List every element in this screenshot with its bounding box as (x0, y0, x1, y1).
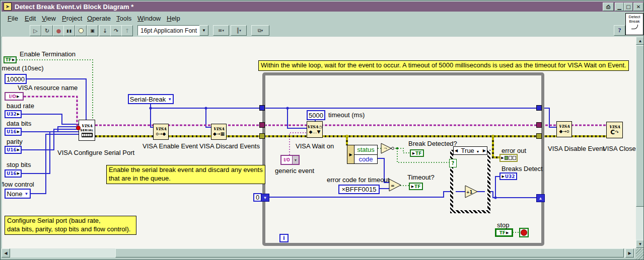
generic-event-constant[interactable]: I/O ▼ (280, 155, 300, 165)
font-selector[interactable]: 16pt Application Font (137, 25, 202, 36)
vertical-scrollbar-thumb[interactable] (636, 45, 644, 207)
scroll-right-icon[interactable]: ▶ (625, 248, 634, 257)
loop-condition-terminal[interactable] (519, 228, 529, 237)
menu-help[interactable]: Help (167, 15, 180, 22)
stop-button-terminal[interactable]: TF▶ (495, 228, 513, 237)
error-cluster-icon (505, 156, 516, 160)
timeout-constant[interactable]: 10000 (5, 74, 27, 84)
unbundle-code[interactable]: code (354, 155, 377, 164)
diagram-layer: ¬ = +1 ◀ True ▼ ▶ ? ▼ ▲ i (1, 1, 644, 260)
chevron-down-icon: ▼ (25, 192, 29, 196)
error-out-terminal[interactable]: ▶ (499, 154, 518, 162)
baud-rate-label: baud rate (7, 102, 34, 110)
stop-bits-terminal[interactable]: U16▶ (5, 169, 22, 178)
visa-wait-on-event-node[interactable]: VISA◷ ◆…▼ (307, 121, 323, 138)
menu-file[interactable]: File (8, 15, 18, 22)
visa-resource-label: VISA resource name (18, 84, 78, 92)
error-code-label: error code for timeout (327, 176, 389, 184)
clock-icon: ◷ (319, 125, 322, 129)
unbundle-by-name-node[interactable]: ▶ status code (347, 145, 378, 164)
step-out-button[interactable]: ↑ (121, 25, 133, 36)
visa-resource-terminal[interactable]: I/O▶ (5, 92, 24, 101)
enable-comment[interactable]: Enable the serial break event and discar… (106, 165, 265, 184)
menu-operate[interactable]: Operate (87, 15, 111, 22)
case-selector-tunnel: ? (449, 159, 457, 167)
flow-control-constant[interactable]: None▼ (5, 189, 31, 199)
tunnel-error-out (536, 133, 542, 139)
run-button[interactable]: ▷ (30, 25, 41, 36)
vi-icon-glyph (631, 25, 638, 29)
visa-configure-serial-port-node[interactable]: VISA SERIAL (79, 120, 95, 141)
event-type-constant[interactable]: Serial-Break▼ (128, 94, 174, 104)
abort-button[interactable]: ● (53, 25, 64, 36)
maximize-button[interactable]: □ (624, 3, 633, 11)
highlight-execution-button[interactable] (75, 25, 87, 36)
data-bits-terminal[interactable]: U16▶ (5, 128, 22, 136)
menu-view[interactable]: View (42, 15, 56, 22)
timeout-terminal[interactable]: ▶TF (409, 183, 423, 190)
step-over-button[interactable]: ↷ (110, 25, 122, 36)
menu-project[interactable]: Project (62, 15, 82, 22)
error-code-constant[interactable]: ×BFFF0015 (338, 185, 380, 194)
menu-tools[interactable]: Tools (116, 15, 131, 22)
scroll-left-icon[interactable]: ◀ (2, 248, 10, 257)
horizontal-scrollbar-thumb[interactable] (115, 248, 624, 257)
scroll-down-icon[interactable]: ▼ (636, 240, 644, 248)
context-help-button[interactable]: ? (614, 25, 625, 36)
resize-grip[interactable] (636, 248, 644, 260)
stop-bits-label: stop bits (7, 161, 31, 168)
font-selector-dropdown[interactable]: ▼ (199, 25, 208, 36)
wait-on-label: VISA Wait on (296, 142, 334, 150)
case-next-icon[interactable]: ▶ (482, 148, 487, 153)
run-continuously-button[interactable]: ↻ (41, 25, 53, 36)
menu-edit[interactable]: Edit (25, 15, 36, 22)
minimize-button[interactable]: ▁ (615, 3, 624, 11)
parity-terminal[interactable]: U16▶ (5, 146, 22, 154)
breaks-detected-terminal[interactable]: ▶U32 (499, 172, 517, 180)
toolbar: ▷ ↻ ● ▮▮ ▣ ↓ ↷ ↑ 16pt Application Font ▼… (2, 24, 643, 37)
reorder-objects-dropdown[interactable]: ⧉▾ (251, 25, 269, 36)
unbundle-status[interactable]: status (354, 145, 377, 155)
distribute-objects-dropdown[interactable]: ║▾ (231, 25, 247, 36)
break-detected-terminal[interactable]: ▶TF (410, 149, 424, 157)
visa-disable-event-node[interactable]: VISA ◆→o (556, 121, 572, 137)
enable-termination-terminal[interactable]: TF▶ (4, 56, 17, 63)
print-window-button[interactable]: ⎙ (603, 3, 614, 11)
error-out-label: error out (502, 147, 526, 154)
visa-discard-events-node[interactable]: VISA ◆→▦ (211, 124, 227, 140)
generic-event-label: generic event (275, 167, 314, 175)
timeout-question-label: Timeout? (407, 174, 435, 181)
step-into-button[interactable]: ↓ (99, 25, 111, 36)
break-detected-label: Break Detected? (408, 140, 457, 147)
enable-event-label: VISA Enable Event (142, 142, 198, 150)
retain-wire-values-button[interactable]: ▣ (87, 25, 98, 36)
step-into-icon: ↓ (103, 28, 107, 34)
stop-label: stop (497, 221, 510, 229)
run-icon: ▷ (33, 28, 37, 34)
while-loop-comment[interactable]: Within the while loop, wait for the even… (258, 60, 629, 71)
vi-icon[interactable]: Detect Break (625, 13, 643, 35)
baud-rate-terminal[interactable]: U32▶ (5, 110, 22, 118)
configure-comment[interactable]: Configure Serial port (baud rate, data b… (5, 216, 136, 235)
timeout-label: timeout (10sec) (0, 64, 44, 72)
shift-register-right: ▲ (536, 194, 545, 202)
reorder-icon: ⧉ (258, 28, 261, 34)
wait-timeout-constant[interactable]: 5000 (307, 110, 325, 120)
titlebar: ➤ Detect Break Event.vi Block Diagram * (2, 2, 643, 12)
case-prev-icon[interactable]: ◀ (454, 148, 459, 153)
visa-enable-event-node[interactable]: VISA o→◆ (153, 124, 169, 140)
probe-icon: ▣ (90, 28, 95, 33)
visa-close-node[interactable]: VISA C↷ (606, 122, 623, 138)
menu-window[interactable]: Window (137, 15, 161, 22)
pause-button[interactable]: ▮▮ (63, 25, 75, 36)
align-objects-dropdown[interactable]: ≡▾ (213, 25, 229, 36)
visa-close-label: VISA Close (603, 145, 636, 152)
case-selector[interactable]: ◀ True ▼ ▶ (453, 146, 487, 155)
chevron-down-icon: ▼ (202, 28, 206, 33)
window-title: Detect Break Event.vi Block Diagram * (15, 3, 133, 11)
run-continuous-icon: ↻ (45, 28, 49, 34)
close-button[interactable]: ✕ (633, 3, 643, 11)
breakpoint-icon (76, 126, 81, 130)
scroll-up-icon[interactable]: ▲ (636, 37, 644, 45)
dip-switch-icon (82, 133, 93, 137)
